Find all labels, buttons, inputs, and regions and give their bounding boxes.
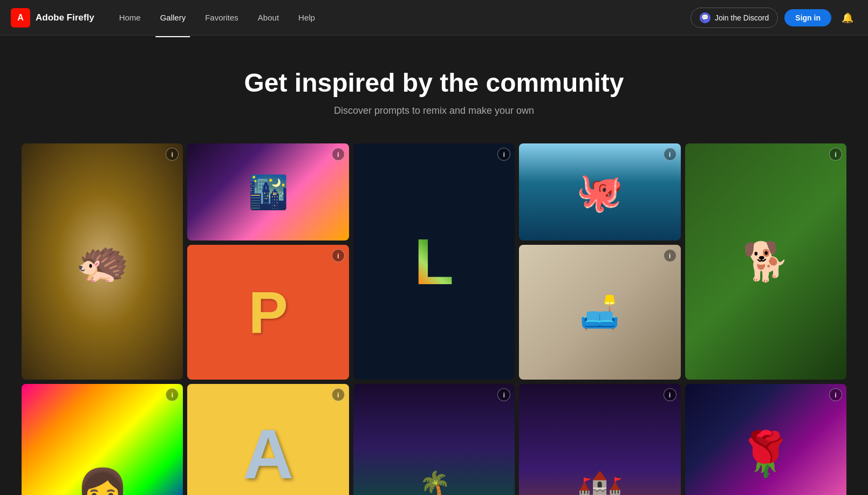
info-button[interactable]: i: [664, 148, 676, 161]
info-button[interactable]: i: [829, 148, 842, 161]
gallery-item[interactable]: i: [519, 384, 680, 495]
bell-icon[interactable]: 🔔: [838, 8, 857, 28]
info-button[interactable]: i: [497, 388, 510, 401]
app-logo[interactable]: A Adobe Firefly: [11, 8, 94, 28]
hero-title: Get inspired by the community: [11, 68, 857, 98]
info-button[interactable]: i: [497, 148, 510, 161]
gallery-item[interactable]: i: [685, 143, 846, 380]
navbar: A Adobe Firefly Home Gallery Favorites A…: [0, 0, 868, 36]
nav-links: Home Gallery Favorites About Help: [111, 9, 691, 26]
hero-section: Get inspired by the community Discover p…: [0, 36, 868, 138]
info-button[interactable]: i: [332, 388, 345, 401]
info-button[interactable]: i: [829, 388, 842, 401]
nav-help[interactable]: Help: [290, 9, 324, 26]
gallery-item[interactable]: i: [353, 143, 515, 380]
gallery-item[interactable]: i: [22, 143, 183, 380]
adobe-icon: A: [11, 8, 30, 28]
hero-subtitle: Discover prompts to remix and make your …: [11, 105, 857, 116]
info-button[interactable]: i: [664, 388, 676, 401]
info-button[interactable]: i: [664, 249, 676, 262]
nav-favorites[interactable]: Favorites: [196, 9, 247, 26]
gallery-item[interactable]: i: [187, 384, 348, 495]
gallery-item[interactable]: i: [519, 143, 680, 240]
info-button[interactable]: i: [332, 148, 345, 161]
gallery-item[interactable]: i: [519, 245, 680, 380]
main-content: Get inspired by the community Discover p…: [0, 0, 868, 495]
gallery-item[interactable]: i: [22, 384, 183, 495]
info-button[interactable]: i: [332, 249, 345, 262]
nav-about[interactable]: About: [249, 9, 288, 26]
gallery-grid: i i i i i i i: [0, 138, 868, 495]
nav-gallery[interactable]: Gallery: [152, 9, 195, 26]
app-name: Adobe Firefly: [36, 12, 94, 23]
gallery-item[interactable]: i: [187, 143, 348, 240]
signin-button[interactable]: Sign in: [784, 9, 831, 26]
gallery-item[interactable]: i: [685, 384, 846, 495]
nav-home[interactable]: Home: [111, 9, 149, 26]
gallery-item[interactable]: i: [187, 245, 348, 380]
discord-label: Join the Discord: [715, 13, 769, 22]
discord-icon: 💬: [700, 12, 710, 23]
gallery-item[interactable]: i: [353, 384, 515, 495]
discord-button[interactable]: 💬 Join the Discord: [691, 8, 778, 28]
nav-right: 💬 Join the Discord Sign in 🔔: [691, 8, 857, 28]
